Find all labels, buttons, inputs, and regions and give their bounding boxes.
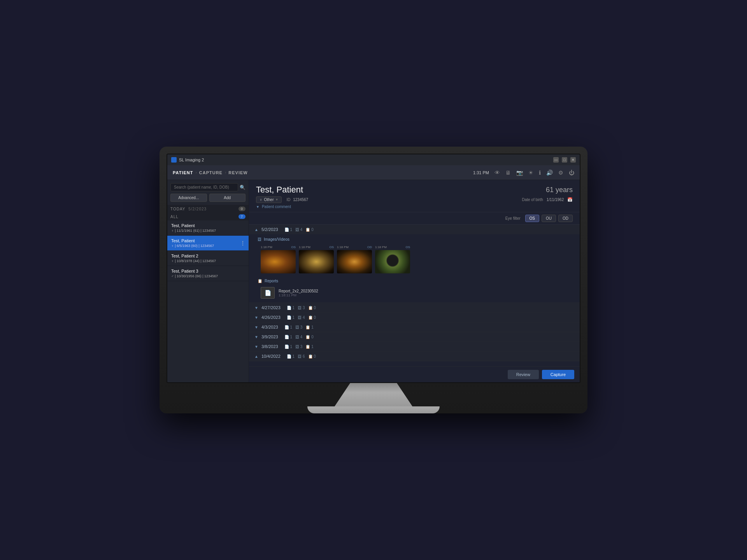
nav-step-patient[interactable]: PATIENT — [173, 170, 193, 175]
minimize-button[interactable]: — — [553, 157, 559, 163]
today-label: TODAY 5/2/2023 — [170, 207, 207, 211]
calendar-icon[interactable]: 📅 — [567, 197, 573, 202]
patient-info: ♀ | 11/1/1961 (61) | 1234567 — [171, 229, 245, 233]
date-counts: 📄 1 🖼 4 📋 0 — [284, 335, 314, 339]
patient-list: Test, Patient ♀ | 11/1/1961 (61) | 12345… — [167, 220, 249, 382]
image-time: 1:18 PM — [261, 245, 272, 249]
date-counts: 📄 1 🖼 3 📋 1 — [284, 345, 314, 349]
date-section: ▲ 5/2/2023 📄 1 🖼 4 📋 0 🖼 — [249, 225, 580, 303]
date-section: ▼ 3/9/2023 📄 1 🖼 4 📋 0 — [249, 332, 580, 342]
images-subsection-header[interactable]: 🖼 Images/Videos — [249, 236, 580, 243]
patient-item[interactable]: Test, Patient 2 ♀ | 10/8/1978 (44) | 123… — [167, 251, 249, 266]
image-card[interactable]: 1:18 PM OD — [337, 245, 372, 273]
search-input[interactable] — [170, 183, 238, 191]
date-section-body: 🖼 Images/Videos 1:18 PM OS — [249, 234, 580, 303]
image-thumbnail[interactable] — [337, 250, 372, 273]
eye-icon[interactable]: 👁 — [494, 170, 500, 176]
capture-button[interactable]: Capture — [542, 370, 574, 379]
eye-btn-ou[interactable]: OU — [542, 215, 556, 222]
images-label: Images/Videos — [264, 237, 289, 242]
image-card[interactable]: 1:18 PM OS — [299, 245, 334, 273]
content-area: Test, Patient 61 years ♀ Other ▼ ID 1234… — [249, 180, 580, 382]
records-area: ▲ 5/2/2023 📄 1 🖼 4 📋 0 🖼 — [249, 225, 580, 366]
nav-chevron-2: › — [225, 170, 226, 175]
nav-step-review[interactable]: REVIEW — [228, 170, 247, 175]
power-icon[interactable]: ⏻ — [569, 170, 574, 176]
advanced-button[interactable]: Advanced... — [170, 194, 207, 202]
patient-name: Test, Patient 3 — [171, 269, 245, 273]
date-section: ▼ 4/26/2023 📄 1 🖼 4 📋 0 — [249, 313, 580, 322]
patient-gender-badge[interactable]: ♀ Other ▼ — [256, 196, 282, 203]
app-title: SL Imaging 2 — [179, 158, 204, 162]
date-section-header[interactable]: ▲ 5/2/2023 📄 1 🖼 4 📋 0 — [249, 225, 580, 234]
close-button[interactable]: ✕ — [570, 157, 576, 163]
gender-label: Other — [264, 198, 274, 202]
doc-count: 📄 1 — [284, 228, 292, 232]
sidebar: 🔍 Advanced... Add TODAY 5/2/2023 0 ALL 7 — [167, 180, 249, 382]
maximize-button[interactable]: □ — [562, 157, 567, 163]
report-info: Report_2x2_20230502 1:18:11 PM — [279, 289, 318, 297]
image-meta: 1:18 PM OD — [337, 245, 372, 249]
patient-info: ♀ | 6/5/1963 (60) | 1234567 — [171, 244, 245, 248]
patient-item-selected[interactable]: Test, Patient ♀ | 6/5/1963 (60) | 123456… — [167, 236, 249, 251]
eye-btn-od[interactable]: OD — [558, 215, 573, 222]
patient-name: Test, Patient — [171, 223, 245, 228]
patient-header: Test, Patient 61 years ♀ Other ▼ ID 1234… — [249, 180, 580, 212]
patient-menu-icon[interactable]: ⋮ — [240, 240, 245, 246]
eye-btn-os[interactable]: OS — [525, 215, 539, 222]
date-section-header[interactable]: ▲ 10/4/2022 📄 1 🖼 6 📋 0 — [249, 352, 580, 361]
monitor-icon[interactable]: 🖥 — [505, 170, 511, 176]
eye-filter-label: Eye filter — [505, 216, 521, 220]
expand-icon: ▼ — [254, 315, 258, 320]
image-grid: 1:18 PM OS 1:18 PM — [249, 243, 580, 277]
date-section: ▲ 10/4/2022 📄 1 🖼 6 📋 0 — [249, 352, 580, 361]
camera-icon[interactable]: 📷 — [516, 170, 523, 176]
date-section: ▼ 4/27/2023 📄 1 🖼 3 📋 0 — [249, 303, 580, 313]
search-bar: 🔍 — [167, 180, 249, 194]
all-badge: 7 — [238, 214, 245, 219]
expand-icon: ▼ — [254, 325, 258, 329]
add-button[interactable]: Add — [209, 194, 246, 202]
image-eye: OS — [291, 245, 296, 249]
patient-comment-toggle[interactable]: ▼ Patient comment — [256, 203, 573, 209]
image-thumbnail[interactable] — [375, 250, 410, 273]
image-card[interactable]: 1:18 PM OS — [261, 245, 296, 273]
brightness-icon[interactable]: ☀ — [528, 170, 533, 176]
date-counts: 📄 1 🖼 3 📋 1 — [284, 325, 314, 329]
person-icon: ♀ — [260, 198, 263, 202]
patient-name: Test, Patient 2 — [171, 254, 245, 258]
review-button[interactable]: Review — [508, 370, 539, 379]
date-section-header[interactable]: ▼ 3/9/2023 📄 1 🖼 4 📋 0 — [249, 332, 580, 341]
report-thumbnail: 📄 — [261, 287, 275, 299]
patient-item[interactable]: Test, Patient 3 ♂ | 10/30/1956 (66) | 12… — [167, 266, 249, 281]
patient-info: ♀ | 10/8/1978 (44) | 1234567 — [171, 259, 245, 263]
date-section-header[interactable]: ▼ 4/26/2023 📄 1 🖼 4 📋 0 — [249, 313, 580, 322]
image-time: 1:18 PM — [337, 245, 349, 249]
nav-steps: PATIENT › CAPTURE › REVIEW — [173, 170, 248, 175]
image-thumbnail[interactable] — [261, 250, 296, 273]
report-thumb-icon: 📄 — [265, 290, 271, 296]
image-card[interactable]: 1:18 PM OS — [375, 245, 410, 273]
patient-age: 61 years — [546, 186, 573, 194]
patient-item[interactable]: Test, Patient ♀ | 11/1/1961 (61) | 12345… — [167, 220, 249, 236]
date-label: 10/4/2022 — [261, 354, 281, 359]
date-section-header[interactable]: ▼ 4/27/2023 📄 1 🖼 3 📋 0 — [249, 303, 580, 312]
info-icon[interactable]: ℹ — [539, 170, 541, 176]
date-label: 3/9/2023 — [261, 334, 278, 339]
monitor-stand — [335, 383, 412, 406]
images-icon: 🖼 — [258, 237, 261, 242]
reports-subsection-header[interactable]: 📋 Reports — [249, 277, 580, 285]
volume-icon[interactable]: 🔊 — [546, 170, 553, 176]
date-section: ▼ 4/3/2023 📄 1 🖼 3 📋 1 — [249, 322, 580, 332]
report-item[interactable]: 📄 Report_2x2_20230502 1:18:11 PM — [249, 285, 580, 301]
date-section-header[interactable]: ▼ 3/8/2023 📄 1 🖼 3 📋 1 — [249, 342, 580, 351]
date-section-header[interactable]: ▼ 4/3/2023 📄 1 🖼 3 📋 1 — [249, 322, 580, 332]
image-eye: OD — [367, 245, 372, 249]
patient-name: Test, Patient — [171, 238, 245, 243]
nav-step-capture[interactable]: CAPTURE — [199, 170, 223, 175]
settings-icon[interactable]: ⚙ — [558, 170, 563, 176]
patient-info: ♂ | 10/30/1956 (66) | 1234567 — [171, 274, 245, 278]
search-icon[interactable]: 🔍 — [240, 185, 245, 190]
image-thumbnail[interactable] — [299, 250, 334, 273]
today-section-header: TODAY 5/2/2023 0 — [167, 205, 249, 213]
